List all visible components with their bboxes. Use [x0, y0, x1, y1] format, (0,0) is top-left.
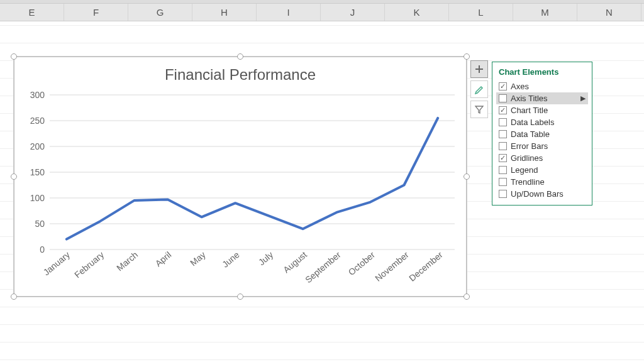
x-axis-label: March [114, 250, 140, 273]
x-axis-labels: JanuaryFebruaryMarchAprilMayJuneJulyAugu… [50, 250, 455, 288]
panel-item-label: Chart Title [511, 106, 548, 115]
resize-handle-tr[interactable] [464, 53, 470, 60]
x-axis-label: May [188, 250, 208, 268]
x-axis-label: November [373, 250, 411, 283]
column-header[interactable]: M [513, 4, 577, 21]
checkbox[interactable] [499, 178, 507, 186]
resize-handle-bm[interactable] [237, 293, 243, 300]
panel-item-trendline[interactable]: Trendline [496, 176, 588, 188]
spreadsheet-grid[interactable]: EFGHIJKLMN Financial Performance 0501001… [0, 4, 644, 362]
panel-item-label: Legend [511, 165, 538, 175]
checkbox[interactable] [499, 130, 507, 138]
embedded-chart[interactable]: Financial Performance 050100150200250300… [14, 57, 467, 297]
checkbox[interactable]: ✓ [499, 154, 507, 162]
panel-item-label: Up/Down Bars [511, 189, 564, 199]
checkbox[interactable]: ✓ [499, 106, 507, 114]
x-axis-label: June [220, 250, 242, 270]
chart-elements-button[interactable] [470, 60, 488, 78]
panel-item-up-down-bars[interactable]: Up/Down Bars [496, 188, 588, 200]
x-axis-label: January [42, 250, 72, 277]
panel-item-label: Data Labels [511, 118, 554, 127]
x-axis-label: October [346, 250, 376, 277]
svg-text:200: 200 [30, 141, 45, 151]
x-axis-label: September [303, 250, 343, 285]
checkbox[interactable] [499, 94, 507, 102]
checkbox[interactable] [499, 190, 507, 198]
resize-handle-br[interactable] [464, 293, 470, 300]
panel-item-error-bars[interactable]: Error Bars [496, 140, 588, 152]
column-header[interactable]: L [449, 4, 513, 21]
panel-item-gridlines[interactable]: ✓Gridlines [496, 152, 588, 164]
chart-styles-button[interactable] [470, 80, 488, 98]
x-axis-label: July [257, 250, 275, 267]
panel-item-data-labels[interactable]: Data Labels [496, 116, 588, 128]
panel-item-label: Axes [511, 82, 529, 91]
chart-title[interactable]: Financial Performance [14, 66, 466, 84]
panel-title: Chart Elements [496, 67, 588, 77]
column-headers: EFGHIJKLMN [0, 4, 644, 21]
x-axis-label: August [281, 250, 309, 275]
svg-text:300: 300 [30, 90, 45, 100]
svg-text:100: 100 [30, 193, 45, 203]
column-header[interactable]: J [321, 4, 385, 21]
chart-filters-button[interactable] [470, 101, 488, 118]
checkbox[interactable] [499, 166, 507, 174]
filter-icon [474, 104, 484, 114]
panel-item-legend[interactable]: Legend [496, 164, 588, 176]
column-header[interactable]: H [192, 4, 257, 21]
x-axis-label: December [407, 250, 445, 283]
svg-text:250: 250 [30, 116, 45, 126]
panel-item-data-table[interactable]: Data Table [496, 128, 588, 140]
plus-icon [474, 64, 484, 74]
panel-item-label: Data Table [511, 129, 550, 139]
svg-text:0: 0 [40, 244, 45, 255]
column-header[interactable]: F [64, 4, 128, 21]
chart-side-tools [470, 60, 489, 121]
plot-area[interactable]: 050100150200250300 [50, 95, 455, 250]
checkbox[interactable] [499, 118, 507, 126]
column-header[interactable]: K [385, 4, 449, 21]
panel-item-axes[interactable]: ✓Axes [496, 80, 588, 92]
column-header[interactable]: G [128, 4, 192, 21]
resize-handle-ml[interactable] [11, 173, 17, 180]
panel-item-label: Axis Titles [511, 94, 548, 103]
panel-item-label: Error Bars [511, 141, 548, 151]
column-header[interactable]: I [257, 4, 321, 21]
chevron-right-icon: ▶ [580, 94, 586, 102]
svg-text:50: 50 [35, 219, 45, 229]
panel-item-chart-title[interactable]: ✓Chart Title [496, 104, 588, 116]
panel-item-axis-titles[interactable]: Axis Titles▶ [496, 92, 588, 104]
x-axis-label: February [72, 250, 106, 280]
column-header[interactable]: E [0, 4, 64, 21]
chart-elements-panel[interactable]: Chart Elements ✓AxesAxis Titles▶✓Chart T… [492, 62, 592, 206]
svg-text:150: 150 [30, 167, 45, 177]
panel-item-label: Trendline [511, 177, 545, 187]
checkbox[interactable]: ✓ [499, 82, 507, 90]
panel-item-label: Gridlines [511, 153, 543, 163]
resize-handle-mr[interactable] [464, 173, 470, 180]
x-axis-label: April [153, 250, 174, 268]
column-header[interactable]: N [577, 4, 641, 21]
resize-handle-tl[interactable] [11, 53, 17, 60]
resize-handle-tm[interactable] [237, 53, 243, 60]
brush-icon [474, 84, 484, 94]
checkbox[interactable] [499, 142, 507, 150]
resize-handle-bl[interactable] [11, 293, 17, 300]
